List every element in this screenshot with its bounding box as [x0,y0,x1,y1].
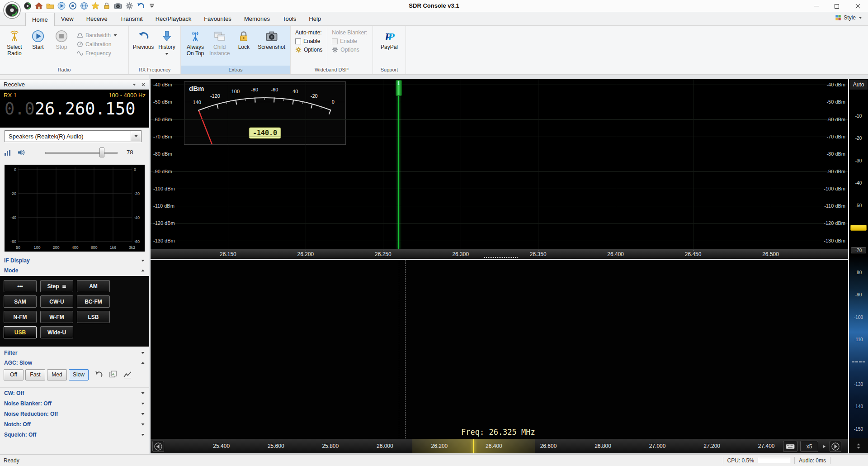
mode-button-sam[interactable]: SAM [4,295,37,308]
web-icon[interactable] [80,2,88,10]
dbm-scale-label: -110 dBm [153,203,175,209]
auto-mute-options-button[interactable]: Options [295,47,322,53]
minimize-button[interactable] [806,0,826,12]
scale-selected-marker[interactable] [850,225,867,231]
volume-slider[interactable] [45,152,118,154]
agc-fast-button[interactable]: Fast [25,369,45,380]
dsp-row-noise-blanker[interactable]: Noise Blanker: Off [0,398,149,409]
chevron-down-icon [113,33,118,38]
mode-button-am[interactable]: AM [77,280,110,292]
auto-scale-button[interactable]: Auto [849,80,868,90]
waterfall-intensity-scale[interactable]: Auto -10-20-30-40-50-70-80-90-100-110-13… [849,79,868,438]
mode-section[interactable]: Mode [0,266,149,275]
waterfall-frequency-scale[interactable]: x5 25.40025.60025.80026.00026.20026.4002… [151,438,848,453]
toolbar-options-icon[interactable] [148,2,156,10]
spectrum-gridline [228,79,228,249]
if-display-section[interactable]: IF Display [0,256,149,265]
scroll-right-button[interactable] [830,441,841,452]
calibration-button[interactable]: Calibration [77,41,118,48]
zoom-button[interactable]: x5 [800,441,818,452]
tab-tools[interactable]: Tools [276,12,302,26]
group-label-radio: Radio [0,66,128,74]
mode-button-n-fm[interactable]: N-FM [4,311,37,323]
style-selector[interactable]: Style [835,14,863,21]
star-icon[interactable] [91,2,99,10]
undo-icon[interactable] [94,370,103,379]
panel-close-icon[interactable] [141,82,146,87]
mode-button-wide-u[interactable]: Wide-U [40,326,73,338]
agc-slow-button[interactable]: Slow [69,369,89,380]
noise-blanker-options-button[interactable]: Options [332,47,367,53]
dbm-scale-label: -130 dBm [824,238,845,243]
agc-off-button[interactable]: Off [4,369,24,380]
mode-button-bc-fm[interactable]: BC-FM [77,295,110,308]
bandwidth-button[interactable]: Bandwidth [77,32,118,38]
camera-icon[interactable] [114,2,122,10]
folder-icon[interactable] [46,2,54,10]
mode-button-step[interactable]: Step [40,280,73,292]
dsp-row-noise-reduction[interactable]: Noise Reduction: Off [0,409,149,419]
mode-button-cw-u[interactable]: CW-U [40,295,73,308]
audio-device-select[interactable]: Speakers (Realtek(R) Audio) [5,130,142,142]
record-icon[interactable] [69,2,77,10]
scale-adjust-corner[interactable] [849,438,868,453]
tab-home[interactable]: Home [25,13,55,26]
agc-med-button[interactable]: Med [47,369,67,380]
tab-help[interactable]: Help [302,12,327,26]
previous-button[interactable]: Previous [132,28,155,66]
auto-mute-enable-checkbox[interactable]: Enable [295,38,322,44]
spectrum-display[interactable]: -140-120-100-80-60-40-200-140.0dBm -40 d… [151,79,848,259]
ribbon-tabs: HomeViewReceiveTransmitRec/PlaybackFavou… [0,12,868,26]
stop-button[interactable]: Stop [50,28,73,66]
mode-button-lsb[interactable]: LSB [77,311,110,323]
gear-icon[interactable] [125,2,133,10]
mode-button-w-fm[interactable]: W-FM [40,311,73,323]
mode-button-more[interactable]: ••• [4,280,37,292]
frequency-display[interactable]: 0.026.260.150 [0,99,149,119]
filter-section[interactable]: Filter [0,348,149,357]
dbm-scale-label: -100 dBm [824,186,845,191]
dsp-row-cw[interactable]: CW: Off [0,388,149,398]
waterfall-display[interactable]: Freq: 26.325 MHz Span: ±225 kHz [151,260,848,438]
app-logo-icon[interactable] [3,1,21,19]
dsp-row-squelch[interactable]: Squelch: Off [0,429,149,440]
preset-icon[interactable] [108,370,118,379]
tab-favourites[interactable]: Favourites [198,12,238,26]
tab-memories[interactable]: Memories [238,12,276,26]
app-icon[interactable] [24,2,32,10]
volume-slider-thumb[interactable] [99,147,104,157]
tab-view[interactable]: View [55,12,80,26]
antenna-icon [189,30,202,43]
speaker-icon[interactable] [17,148,25,157]
agc-graph-icon[interactable] [123,370,132,379]
scroll-left-button[interactable] [152,441,164,452]
lock-button[interactable]: Lock [232,28,255,66]
close-button[interactable] [847,0,868,12]
frequency-button[interactable]: Frequency [77,50,118,57]
step-right-button[interactable] [820,441,828,452]
select-radio-button[interactable]: SelectRadio [3,28,26,66]
paypal-button[interactable]: PP PayPal [377,28,401,66]
rx-marker-flag[interactable]: 1 [396,80,402,96]
dsp-row-notch[interactable]: Notch: Off [0,419,149,429]
maximize-button[interactable] [826,0,847,12]
tab-rec-playback[interactable]: Rec/Playback [149,12,198,26]
lock-icon[interactable] [103,2,111,10]
keyboard-entry-button[interactable] [783,441,797,452]
noise-blanker-enable-checkbox[interactable]: Enable [332,38,367,44]
tab-transmit[interactable]: Transmit [114,12,149,26]
tab-receive[interactable]: Receive [80,12,114,26]
home-icon[interactable] [35,2,43,10]
start-button[interactable]: Start [26,28,50,66]
panel-menu-icon[interactable] [132,82,137,87]
play-icon[interactable] [57,2,66,10]
always-on-top-button[interactable]: AlwaysOn Top [184,28,207,66]
child-instance-button[interactable]: ChildInstance [207,28,232,66]
screenshot-button[interactable]: Screenshot [255,28,288,66]
history-button[interactable]: History [155,28,179,66]
agc-section[interactable]: AGC: Slow [0,358,149,367]
levels-icon[interactable] [4,148,12,157]
undo-icon[interactable] [137,2,145,10]
receive-panel-header[interactable]: Receive [0,79,149,90]
mode-button-usb[interactable]: USB [4,326,37,338]
